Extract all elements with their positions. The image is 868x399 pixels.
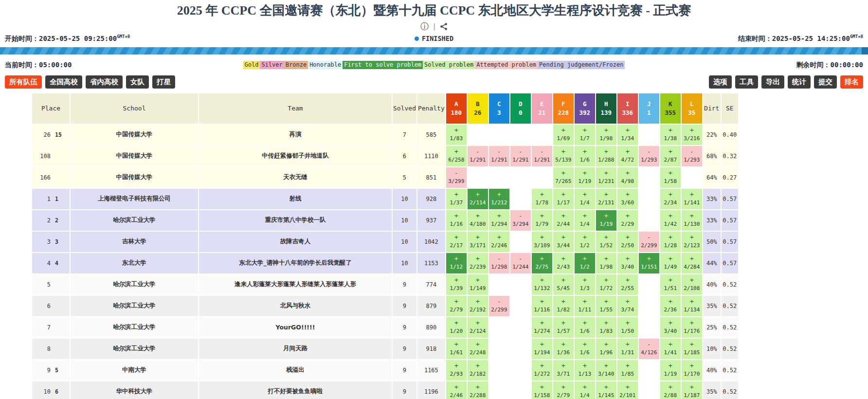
table-row[interactable]: 11上海楷登电子科技有限公司射线10928+1/37+2/114+1/212+1…	[32, 189, 738, 209]
table-row[interactable]: 166中国传媒大学天衣无缝5851-3/299+7/265+1/19+1/231…	[32, 167, 738, 188]
place-number: 9	[32, 367, 51, 374]
problem-cell-F: +3/44	[553, 232, 574, 252]
attempt-symbol: +	[489, 192, 509, 198]
attempt-detail: 2/75	[532, 264, 552, 270]
place-cell: 11	[32, 189, 70, 209]
legend-item-first-to-solve-problem: First to solve problem	[343, 61, 423, 69]
attempt-symbol: +	[468, 256, 488, 262]
table-row[interactable]: 2615中国传媒大学再演7585+1/83+1/69+1/7+1/98+1/34…	[32, 125, 738, 145]
school-name: 中南大学	[71, 360, 198, 381]
attempt-symbol: +	[468, 277, 488, 283]
problem-cell-L: +1/185	[682, 339, 702, 359]
attempt-detail: 2/87	[660, 157, 681, 163]
attempt-symbol: +	[660, 342, 681, 347]
problem-cell-C: -2/299	[489, 296, 509, 316]
problem-letter: L	[682, 100, 702, 108]
attempt-symbol: +	[682, 213, 702, 219]
attempt-symbol: +	[660, 127, 681, 133]
team-name: YourGO!!!!!	[199, 317, 392, 338]
problem-cell-J-empty	[639, 317, 659, 338]
attempt-symbol: +	[446, 235, 467, 240]
attempt-symbol: +	[553, 192, 574, 198]
penalty-value: 1165	[417, 360, 445, 381]
problem-balloon-count: 26	[468, 109, 488, 116]
progress-handle[interactable]	[862, 47, 868, 54]
table-row[interactable]: 108中国传媒大学中传赶紧修郁子井地道队61110+6/258-1/291-1/…	[32, 146, 738, 166]
table-row[interactable]: 44东北大学东北大学_请神十八年前的学长后我觉醒了101153+1/12+2/2…	[32, 253, 738, 273]
contest-progress-bar[interactable]	[0, 47, 868, 54]
school-name: 华中科技大学	[71, 381, 198, 399]
info-icon[interactable]: ⓘ	[420, 22, 429, 31]
attempt-symbol: +	[682, 342, 702, 347]
problem-cell-J-empty	[639, 210, 659, 231]
problem-header-box: H139	[596, 93, 616, 124]
problem-balloon-count: 35	[682, 109, 702, 116]
current-time-value: 05:00:00	[39, 61, 72, 69]
attempt-detail: 1/291	[468, 157, 488, 163]
place-number: 2	[32, 217, 51, 224]
problem-cell-E-empty	[532, 167, 552, 188]
problem-cell-I: +2/55	[617, 274, 638, 295]
table-row[interactable]: 7哈尔滨工业大学YourGO!!!!!9890+1/20+2/124+1/274…	[32, 317, 738, 338]
table-row[interactable]: 6哈尔滨工业大学北风与秋水9879+2/79+2/192-2/299+1/116…	[32, 296, 738, 316]
action-button-导出[interactable]: 导出	[761, 75, 784, 89]
share-icon[interactable]	[440, 22, 448, 31]
attempt-symbol: +	[596, 299, 616, 305]
attempt-symbol: +	[489, 213, 509, 219]
filter-button-全国高校[interactable]: 全国高校	[45, 75, 82, 89]
attempt-symbol: +	[575, 277, 595, 283]
place-number: 8	[32, 345, 51, 352]
table-row[interactable]: 95中南大学栈溢出91165+2/93+2/182+1/272+3/71+1/1…	[32, 360, 738, 381]
end-tz: GMT+8	[850, 34, 863, 39]
attempt-detail: 1/98	[596, 264, 616, 270]
attempt-symbol: +	[468, 235, 488, 240]
filter-button-所有队伍[interactable]: 所有队伍	[5, 75, 42, 89]
attempt-detail: 1/50	[617, 328, 638, 334]
problem-header-D: D0	[510, 93, 531, 124]
problem-cell-I: +3/40	[617, 253, 638, 273]
problem-header-box: D0	[510, 93, 531, 124]
dirt-value: 33%	[703, 189, 721, 209]
problem-header-box: I336	[617, 93, 638, 124]
problem-cell-I: +3/60	[617, 189, 638, 209]
filter-button-打星[interactable]: 打星	[152, 75, 175, 89]
attempt-detail: 2/299	[489, 307, 509, 313]
problem-letter: D	[510, 100, 531, 108]
attempt-detail: 3/299	[446, 178, 467, 184]
problem-cell-F: +1/82	[553, 296, 574, 316]
attempt-detail: 1/212	[489, 200, 509, 206]
action-button-排名[interactable]: 排名	[840, 75, 863, 89]
problem-cell-H: +1/19	[596, 210, 616, 231]
table-row[interactable]: 33吉林大学故障吉奇人101042+2/17+3/171+2/246+3/109…	[32, 232, 738, 252]
attempt-symbol: +	[617, 256, 638, 262]
filter-button-省内高校[interactable]: 省内高校	[86, 75, 123, 89]
table-row[interactable]: 106华中科技大学打不好要被鱼鱼嘀啦91196+2/46+2/288+1/158…	[32, 381, 738, 399]
filter-button-女队[interactable]: 女队	[126, 75, 149, 89]
place-wrap: 106	[32, 381, 70, 399]
attempt-symbol: +	[553, 299, 574, 305]
action-button-工具[interactable]: 工具	[735, 75, 758, 89]
problem-cell-B: +2/248	[468, 339, 488, 359]
attempt-symbol: +	[553, 213, 574, 219]
problem-cell-D-empty	[510, 360, 531, 381]
problem-cell-F: +1/69	[553, 125, 574, 145]
official-rank: 5	[51, 367, 70, 374]
place-number: 6	[32, 303, 51, 309]
action-button-选项[interactable]: 选项	[709, 75, 732, 89]
problem-cell-B: +2/124	[468, 317, 488, 338]
attempt-symbol: +	[532, 299, 552, 305]
problem-cell-H: +1/83	[596, 317, 616, 338]
attempt-detail: 1/288	[596, 157, 616, 163]
attempt-symbol: -	[489, 299, 509, 305]
attempt-symbol: -	[682, 149, 702, 155]
attempt-detail: 3/60	[617, 200, 638, 206]
table-row[interactable]: 5哈尔滨工业大学逢来人彩蓬莱大形蓬莱人形缝莱入形蓬莱人形9774+1/39+1/…	[32, 274, 738, 295]
action-button-统计[interactable]: 统计	[788, 75, 811, 89]
table-row[interactable]: 8哈尔滨工业大学月间天路9918+1/61+2/248+1/194+1/36+1…	[32, 339, 738, 359]
problem-cell-K: +1/49	[660, 253, 681, 273]
action-button-提交[interactable]: 提交	[814, 75, 837, 89]
place-number: 108	[32, 153, 51, 160]
attempt-detail: 1/274	[532, 328, 552, 334]
problem-header-box: J1	[639, 93, 659, 124]
table-row[interactable]: 22哈尔滨工业大学重庆市第八中学校一队10937+1/16+4/180+1/29…	[32, 210, 738, 231]
